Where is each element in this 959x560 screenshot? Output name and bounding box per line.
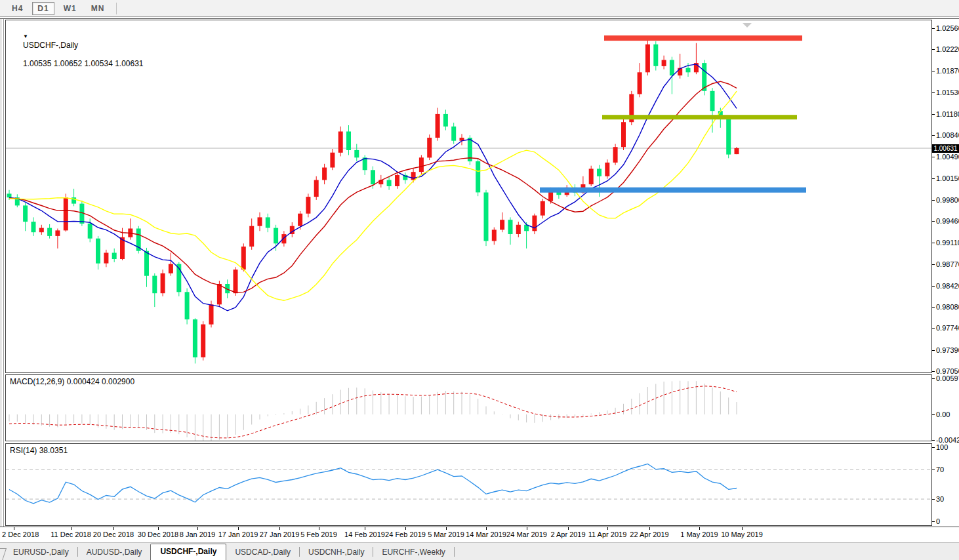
date-tick <box>113 527 114 530</box>
axis-tick <box>932 49 935 50</box>
chart-tab-bar: EURUSD-,DailyAUDUSD-,DailyUSDCHF-,DailyU… <box>0 542 959 560</box>
date-label: 24 Feb 2019 <box>385 530 426 538</box>
date-label: 10 May 2019 <box>721 530 763 538</box>
axis-label: 70 <box>936 466 944 473</box>
axis-tick <box>932 307 935 308</box>
timeframe-button-mn[interactable]: MN <box>86 2 110 15</box>
chart-ohlc-values: 1.00535 1.00652 1.00534 1.00631 <box>23 59 144 68</box>
chart-tab-eurusd[interactable]: EURUSD-,Daily <box>5 545 77 560</box>
date-tick <box>527 527 527 530</box>
date-label: 17 Jan 2019 <box>218 530 258 538</box>
date-label: 1 May 2019 <box>680 530 718 538</box>
axis-tick <box>932 378 935 379</box>
axis-tick <box>932 92 935 93</box>
date-label: 11 Apr 2019 <box>588 530 627 538</box>
date-label: 5 Mar 2019 <box>428 530 464 538</box>
macd-panel: MACD(12,26,9) 0.000424 0.002900 <box>5 374 932 441</box>
axis-label: 30 <box>936 495 944 503</box>
rsi-line <box>9 464 737 503</box>
axis-tick <box>932 114 935 115</box>
chart-tab-audusd[interactable]: AUDUSD-,Daily <box>78 545 151 560</box>
axis-label: 0.99460 <box>936 217 959 225</box>
candlestick-chart <box>6 20 931 372</box>
timeframe-button-d1[interactable]: D1 <box>32 2 54 15</box>
axis-tick <box>932 470 935 470</box>
axis-tick <box>932 440 935 441</box>
macd-chart <box>6 375 931 441</box>
axis-tick <box>932 350 935 351</box>
axis-tick <box>932 371 935 372</box>
chart-tab-usdchf[interactable]: USDCHF-,Daily <box>150 544 226 560</box>
date-label: 14 Mar 2019 <box>466 530 506 538</box>
axis-tick <box>932 414 935 415</box>
axis-label: 0.98770 <box>936 260 959 268</box>
chart-tab-usdcnh[interactable]: USDCNH-,Daily <box>300 545 373 560</box>
date-label: 22 Apr 2019 <box>630 530 668 538</box>
axis-label: 1.02220 <box>936 45 959 53</box>
date-tick <box>197 527 198 530</box>
date-tick <box>365 527 365 530</box>
rsi-chart <box>6 444 931 525</box>
axis-label: 0.97390 <box>936 346 959 354</box>
window-top-border <box>0 18 959 19</box>
date-label: 5 Feb 2019 <box>300 530 337 538</box>
axis-label: 0.98080 <box>936 303 959 311</box>
axis-label: 0.00597 <box>936 374 959 382</box>
price-chart-panel: ▼ USDCHF-,Daily 1.00535 1.00652 1.00534 … <box>5 20 932 373</box>
chart-tab-eurchf[interactable]: EURCHF-,Weekly <box>373 545 453 560</box>
date-label: 2 Dec 2018 <box>2 530 39 538</box>
resistance-line-red[interactable] <box>604 35 802 41</box>
axis-label: 1.00840 <box>936 131 959 139</box>
symbol-dropdown-icon: ▼ <box>23 33 28 39</box>
date-tick <box>486 527 487 530</box>
axis-tick <box>932 157 935 157</box>
date-tick <box>649 527 650 530</box>
date-tick <box>14 527 14 530</box>
date-label: 14 Feb 2019 <box>344 530 385 538</box>
axis-label: 0.98420 <box>936 282 959 290</box>
date-tick <box>405 527 406 530</box>
axis-label: 0.97740 <box>936 324 959 332</box>
support-line-olive[interactable] <box>602 115 797 119</box>
axis-label: 0.99110 <box>936 239 959 247</box>
axis-tick <box>932 28 935 29</box>
date-tick <box>699 527 700 530</box>
date-label: 8 Jan 2019 <box>180 530 215 538</box>
ma-slow-yellow[interactable] <box>9 91 737 300</box>
date-tick <box>279 527 280 530</box>
window-left-border <box>1 19 1 542</box>
date-tick <box>71 527 71 530</box>
date-label: 30 Dec 2018 <box>138 530 178 538</box>
timeframe-button-h4[interactable]: H4 <box>7 2 28 15</box>
date-label: 20 Dec 2018 <box>93 530 134 538</box>
price-axis: 1.00631 1.025601.022201.018701.015301.01… <box>932 19 959 526</box>
axis-label: 0.99800 <box>936 196 959 204</box>
timeframe-toolbar: H4D1W1MN <box>0 0 959 17</box>
axis-tick <box>932 221 935 222</box>
chart-tab-usdcad[interactable]: USDCAD-,Daily <box>226 545 299 560</box>
date-label: 11 Dec 2018 <box>51 530 91 538</box>
current-price-tag: 1.00631 <box>932 144 959 153</box>
date-tick <box>568 527 569 530</box>
axis-tick <box>932 328 935 329</box>
support-line-blue[interactable] <box>540 188 806 193</box>
axis-tick <box>932 499 935 500</box>
date-label: 2 Apr 2019 <box>550 530 585 538</box>
axis-tick <box>932 200 935 201</box>
axis-tick <box>932 243 935 243</box>
timeframe-button-w1[interactable]: W1 <box>58 2 82 15</box>
axis-tick <box>932 264 935 265</box>
axis-tick <box>932 178 935 179</box>
tab-separator <box>454 547 455 557</box>
date-tick <box>446 527 447 530</box>
trading-platform-window: H4D1W1MN ▼ USDCHF-,Daily 1.00535 1.00652… <box>0 0 959 560</box>
axis-label: 0.00 <box>936 410 950 418</box>
date-tick <box>238 527 239 530</box>
date-label: 24 Mar 2019 <box>506 530 547 538</box>
chart-title: ▼ USDCHF-,Daily 1.00535 1.00652 1.00534 … <box>10 22 144 77</box>
chart-shift-marker-icon <box>743 23 752 28</box>
macd-histogram <box>9 381 737 441</box>
axis-tick <box>932 286 935 287</box>
macd-label: MACD(12,26,9) 0.000424 0.002900 <box>10 377 134 386</box>
axis-label: 1.01530 <box>936 89 959 96</box>
